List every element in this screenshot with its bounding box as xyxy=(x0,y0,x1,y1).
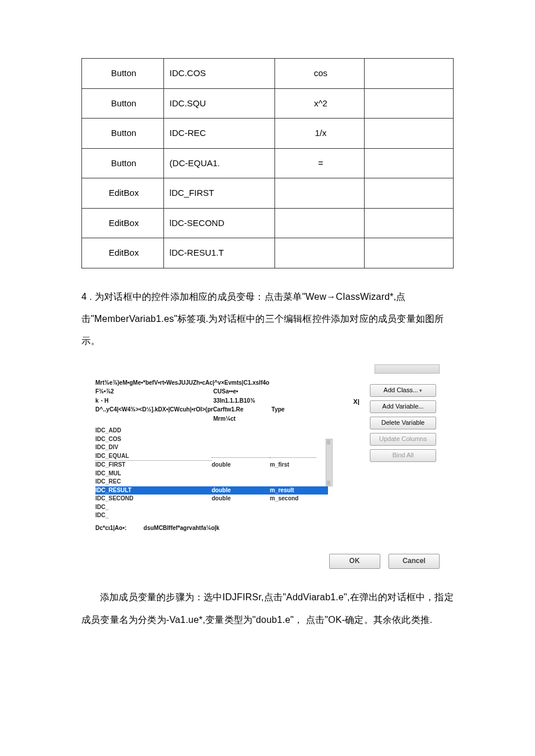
desc-label: Dc*cι1|Ao•: xyxy=(95,524,142,533)
cell-id: IDC-REC xyxy=(163,119,275,149)
cell-empty xyxy=(364,88,453,119)
cell-cap: x^2 xyxy=(275,88,364,119)
table-row: EditBox lDC-SECOND xyxy=(82,208,454,238)
step4-text: 为对话框中的控件添加相应的成员变母：点击菜单"Wew→CIassWizard*,… xyxy=(81,292,444,346)
wizard-label: F⅜•⅞2 xyxy=(95,387,212,396)
cell-empty xyxy=(364,208,453,238)
cell-empty xyxy=(364,119,453,149)
cell-id: (DC-EQUA1. xyxy=(163,148,275,178)
list-item[interactable]: IDC_DIV xyxy=(95,443,328,452)
list-item[interactable]: IDC_REC xyxy=(95,478,328,486)
wizard-label: Type xyxy=(272,405,330,414)
cell-id: lDC_FIRST xyxy=(163,178,275,209)
list-item[interactable]: IDC_SECONDdoublem_second xyxy=(95,495,328,503)
step4-number: 4 . xyxy=(81,292,92,302)
cell-cap: = xyxy=(275,148,364,178)
desc-value: dsuMCBIffef*agrvahtfa¼o|k xyxy=(144,525,220,531)
table-row: Button (DC-EQUA1. = xyxy=(82,148,454,178)
cell-type: EditBox xyxy=(82,178,164,209)
member-variable-list[interactable]: IDC_ADD IDC_COS IDC_DIV IDC_EQUAL IDC_FI… xyxy=(95,427,328,520)
cell-type: Button xyxy=(82,88,164,119)
scrollbar[interactable] xyxy=(326,439,333,486)
wizard-label: Mrm¼ct xyxy=(213,414,272,424)
add-variable-button[interactable]: Add Variable... xyxy=(370,400,436,413)
table-row: Button IDC.SQU x^2 xyxy=(82,88,454,119)
cell-cap: 1/x xyxy=(275,119,364,149)
wizard-line: Mrm¼ct xyxy=(95,414,328,424)
list-item[interactable]: IDC_ xyxy=(95,511,328,520)
cell-id: IDC.COS xyxy=(163,59,275,89)
table-row: EditBox lDC-RESU1.T xyxy=(82,238,454,268)
wizard-side-buttons: Add Class... Add Variable... Delete Vari… xyxy=(370,384,440,465)
list-item[interactable]: IDC_EQUAL xyxy=(95,452,328,461)
wizard-line: F⅜•⅞2 CUSa••e• xyxy=(95,387,328,396)
wizard-label: CUSa••e• xyxy=(213,387,272,396)
list-item[interactable]: IDC_COS xyxy=(95,435,328,444)
step-explain-paragraph: 添加成员变量的步骤为：选中IDJFIRSr,点击"AddViarab1.e",在… xyxy=(81,586,454,631)
list-item[interactable]: IDC_FIRSTdoublem_first xyxy=(95,461,328,470)
description-line: Dc*cι1|Ao•: dsuMCBIffef*agrvahtfa¼o|k xyxy=(95,524,328,533)
cell-empty xyxy=(364,178,453,209)
cell-type: Button xyxy=(82,148,164,178)
cell-type: Button xyxy=(82,119,164,149)
cell-cap xyxy=(275,178,364,209)
wizard-line: k・H 33In1.1.1.B10⅜ xyxy=(95,396,328,406)
close-icon[interactable]: X| xyxy=(354,397,359,407)
cell-type: EditBox xyxy=(82,238,164,268)
cell-id: IDC.SQU xyxy=(163,88,275,119)
cell-empty xyxy=(364,59,453,89)
cell-empty xyxy=(364,238,453,268)
table-row: EditBox lDC_FIRST xyxy=(82,178,454,209)
wizard-label: 33In1.1.1.B10⅜ xyxy=(213,396,272,406)
cell-cap: cos xyxy=(275,59,364,89)
table-row: Button IDC-REC 1/x xyxy=(82,119,454,149)
step4-paragraph: 4 . 为对话框中的控件添加相应的成员变母：点击菜单"Wew→CIassWiza… xyxy=(81,286,454,353)
cancel-button[interactable]: Cancel xyxy=(388,554,440,569)
cell-type: Button xyxy=(82,59,164,89)
wizard-bottom-buttons: OK Cancel xyxy=(95,553,440,569)
cell-id: lDC-RESU1.T xyxy=(163,238,275,268)
cell-cap xyxy=(275,208,364,238)
control-table: Button IDC.COS cos Button IDC.SQU x^2 Bu… xyxy=(81,58,454,268)
list-item[interactable]: IDC_ xyxy=(95,503,328,512)
wizard-text-area: Mrt⅜e⅞)eM•gMe•*befV•rt•WesJUJUZh•cAc|^v×… xyxy=(95,378,328,533)
cell-id: lDC-SECOND xyxy=(163,208,275,238)
cell-type: EditBox xyxy=(82,208,164,238)
ok-button[interactable]: OK xyxy=(329,554,380,569)
cell-cap xyxy=(275,238,364,268)
wizard-line: Mrt⅜e⅞)eM•gMe•*befV•rt•WesJUJUZh•cAc|^v×… xyxy=(95,378,328,388)
cell-empty xyxy=(364,148,453,178)
list-item-selected[interactable]: IDC_RESULTdoublem_result xyxy=(95,486,328,495)
update-columns-button[interactable]: Update Columns xyxy=(370,433,436,446)
wizard-line: D^..yC4|<W4⅜><D½].kDX•|CWcuh|•rOI>(prCar… xyxy=(95,405,328,414)
wizard-label: D^..yC4|<W4⅜><D½].kDX•|CWcuh|•rOI>(prCar… xyxy=(95,405,270,414)
classwizard-dialog: Mrt⅜e⅞)eM•gMe•*befV•rt•WesJUJUZh•cAc|^v×… xyxy=(95,364,440,569)
wizard-label: k・H xyxy=(95,396,212,406)
delete-variable-button[interactable]: Delete Variable xyxy=(370,417,436,429)
add-class-button[interactable]: Add Class... xyxy=(370,384,436,397)
table-row: Button IDC.COS cos xyxy=(82,59,454,89)
list-item[interactable]: IDC_ADD xyxy=(95,427,328,435)
list-item[interactable]: IDC_MUL xyxy=(95,470,328,478)
bind-all-button[interactable]: Bind All xyxy=(370,449,436,462)
